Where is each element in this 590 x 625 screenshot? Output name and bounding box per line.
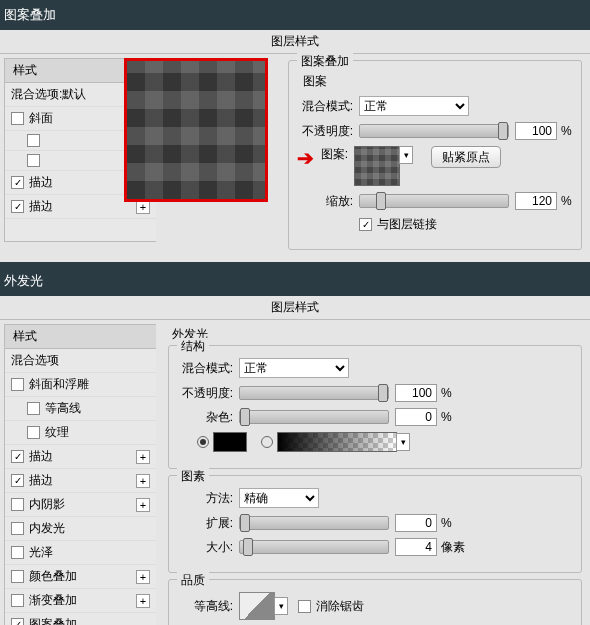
og-opacity-label: 不透明度:	[177, 385, 233, 402]
contour-thumbnail[interactable]	[239, 592, 275, 620]
anti-alias-label: 消除锯齿	[316, 598, 364, 615]
gradient-dropdown-icon[interactable]: ▾	[396, 433, 410, 451]
opacity-slider[interactable]	[359, 124, 509, 138]
contour2-checkbox[interactable]	[27, 402, 40, 415]
coloroverlay-checkbox[interactable]	[11, 570, 24, 583]
og-blendmode-select[interactable]: 正常	[239, 358, 349, 378]
og-opacity-slider[interactable]	[239, 386, 389, 400]
stroke1-checkbox[interactable]	[11, 176, 24, 189]
row-coloroverlay[interactable]: 颜色叠加+	[5, 565, 156, 589]
dialog-title: 图层样式	[0, 30, 590, 54]
method-select[interactable]: 精确	[239, 488, 319, 508]
q-contour-label: 等高线:	[177, 598, 233, 615]
pattern-overlay-group: 图案叠加 图案 混合模式: 正常 不透明度: % ➔ 图案: ▾	[288, 60, 582, 250]
row-stroke2b[interactable]: 描边+	[5, 469, 156, 493]
bevel-label: 斜面	[29, 110, 53, 127]
color-radio[interactable]	[197, 436, 209, 448]
contour-checkbox[interactable]	[27, 134, 40, 147]
section2-label: 外发光	[0, 266, 590, 296]
pattern-overlay-settings: 图案叠加 图案 混合模式: 正常 不透明度: % ➔ 图案: ▾	[280, 54, 590, 262]
row-bevel2[interactable]: 斜面和浮雕	[5, 373, 156, 397]
pattern-preview	[124, 58, 268, 202]
pattern-swatch[interactable]	[354, 146, 400, 186]
snap-origin-button[interactable]: 贴紧原点	[431, 146, 501, 168]
add-coloroverlay-icon[interactable]: +	[136, 570, 150, 584]
dialog-title-2: 图层样式	[0, 296, 590, 320]
layer-style-panel-1: 图层样式 样式 混合选项:默认 斜面 描边	[0, 30, 590, 262]
texture-checkbox[interactable]	[27, 154, 40, 167]
size-slider[interactable]	[239, 540, 389, 554]
stroke1b-checkbox[interactable]	[11, 450, 24, 463]
spread-slider[interactable]	[239, 516, 389, 530]
outer-glow-title: 外发光	[172, 326, 582, 343]
scale-label: 缩放:	[297, 193, 353, 210]
spread-label: 扩展:	[177, 515, 233, 532]
pattern-subgroup-label: 图案	[303, 73, 573, 90]
link-layer-checkbox[interactable]	[359, 218, 372, 231]
bevel-checkbox[interactable]	[11, 112, 24, 125]
blend-mode-label: 混合模式:	[297, 98, 353, 115]
add-gradientoverlay-icon[interactable]: +	[136, 594, 150, 608]
og-opacity-field[interactable]	[395, 384, 437, 402]
structure-group: 结构 混合模式: 正常 不透明度: % 杂色: %	[168, 345, 582, 469]
row-innershadow[interactable]: 内阴影+	[5, 493, 156, 517]
row-innerglow[interactable]: 内发光	[5, 517, 156, 541]
link-layer-label: 与图层链接	[377, 216, 437, 233]
og-blendmode-label: 混合模式:	[177, 360, 233, 377]
pct-unit2: %	[561, 194, 572, 208]
quality-title: 品质	[177, 572, 209, 589]
row-satin[interactable]: 光泽	[5, 541, 156, 565]
size-field[interactable]	[395, 538, 437, 556]
opacity-label: 不透明度:	[297, 123, 353, 140]
spread-field[interactable]	[395, 514, 437, 532]
row-contour2[interactable]: 等高线	[5, 397, 156, 421]
pct-unit: %	[561, 124, 572, 138]
blend-mode-select[interactable]: 正常	[359, 96, 469, 116]
row-patternoverlay[interactable]: 图案叠加	[5, 613, 156, 625]
quality-group: 品质 等高线: ▾ 消除锯齿 范围: % 抖动:	[168, 579, 582, 625]
add-innershadow-icon[interactable]: +	[136, 498, 150, 512]
structure-title: 结构	[177, 338, 209, 355]
anti-alias-checkbox[interactable]	[298, 600, 311, 613]
gradient-radio[interactable]	[261, 436, 273, 448]
satin-checkbox[interactable]	[11, 546, 24, 559]
add-stroke2-icon[interactable]: +	[136, 474, 150, 488]
bevel2-checkbox[interactable]	[11, 378, 24, 391]
row-stroke1b[interactable]: 描边+	[5, 445, 156, 469]
styles-header-2[interactable]: 样式	[5, 325, 156, 349]
add-stroke1-icon[interactable]: +	[136, 450, 150, 464]
row-texture2[interactable]: 纹理	[5, 421, 156, 445]
elements-title: 图素	[177, 468, 209, 485]
opacity-field[interactable]	[515, 122, 557, 140]
og-noise-label: 杂色:	[177, 409, 233, 426]
scale-field[interactable]	[515, 192, 557, 210]
section1-label: 图案叠加	[0, 0, 590, 30]
arrow-icon: ➔	[297, 146, 314, 170]
size-label: 大小:	[177, 539, 233, 556]
glow-color-swatch[interactable]	[213, 432, 247, 452]
stroke2-checkbox[interactable]	[11, 200, 24, 213]
method-label: 方法:	[177, 490, 233, 507]
glow-gradient-swatch[interactable]	[277, 432, 397, 452]
outer-glow-settings: 外发光 结构 混合模式: 正常 不透明度: % 杂色:	[160, 320, 590, 625]
stroke2b-checkbox[interactable]	[11, 474, 24, 487]
style-list-2: 样式 混合选项 斜面和浮雕 等高线 纹理 描边+ 描边+ 内阴影+ 内发光 光泽…	[4, 324, 156, 625]
row-gradientoverlay[interactable]: 渐变叠加+	[5, 589, 156, 613]
pattern-dropdown-icon[interactable]: ▾	[399, 146, 413, 164]
elements-group: 图素 方法: 精确 扩展: % 大小: 像素	[168, 475, 582, 573]
blending-label: 混合选项:默认	[11, 86, 86, 103]
og-noise-field[interactable]	[395, 408, 437, 426]
layer-style-panel-2: 图层样式 样式 混合选项 斜面和浮雕 等高线 纹理 描边+ 描边+ 内阴影+ 内…	[0, 296, 590, 625]
row-blending2[interactable]: 混合选项	[5, 349, 156, 373]
contour-dropdown-icon[interactable]: ▾	[274, 597, 288, 615]
scale-slider[interactable]	[359, 194, 509, 208]
pattern-label: 图案:	[314, 146, 348, 163]
gradientoverlay-checkbox[interactable]	[11, 594, 24, 607]
patternoverlay-checkbox[interactable]	[11, 618, 24, 625]
pattern-overlay-title: 图案叠加	[297, 53, 353, 70]
texture2-checkbox[interactable]	[27, 426, 40, 439]
og-noise-slider[interactable]	[239, 410, 389, 424]
innershadow-checkbox[interactable]	[11, 498, 24, 511]
innerglow-checkbox[interactable]	[11, 522, 24, 535]
stroke2-label: 描边	[29, 198, 53, 215]
